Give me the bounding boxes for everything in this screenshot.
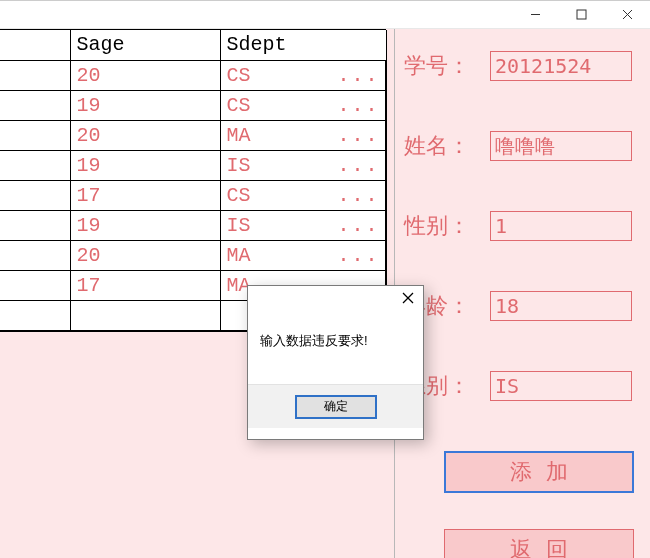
table-row[interactable]: 19IS... — [0, 150, 386, 180]
titlebar — [0, 1, 650, 29]
minimize-button[interactable] — [512, 1, 558, 29]
col-header-0[interactable] — [0, 30, 70, 60]
cell-sage[interactable]: 17 — [70, 180, 220, 210]
field-ssex: 性别： — [396, 211, 650, 241]
cell-sdept[interactable]: CS... — [220, 60, 386, 90]
cell-sdept[interactable]: CS... — [220, 90, 386, 120]
add-button[interactable]: 添加 — [444, 451, 634, 493]
ellipsis-icon[interactable]: ... — [337, 91, 379, 120]
cell-c0[interactable] — [0, 180, 70, 210]
cell-sage[interactable]: 17 — [70, 270, 220, 300]
table-header-row: Sage Sdept — [0, 30, 386, 60]
dialog-titlebar — [248, 286, 423, 314]
ellipsis-icon[interactable]: ... — [337, 211, 379, 240]
dialog-close-icon[interactable] — [401, 291, 415, 309]
input-sdept[interactable] — [490, 371, 632, 401]
ellipsis-icon[interactable]: ... — [337, 151, 379, 180]
cell-c0[interactable] — [0, 120, 70, 150]
input-sage[interactable] — [490, 291, 632, 321]
ellipsis-icon[interactable]: ... — [337, 121, 379, 150]
cell-c0[interactable] — [0, 210, 70, 240]
close-button[interactable] — [604, 1, 650, 29]
field-sname: 姓名： — [396, 131, 650, 161]
input-sno[interactable] — [490, 51, 632, 81]
message-dialog: 输入数据违反要求! 确定 — [247, 285, 424, 440]
cell-c0[interactable] — [0, 90, 70, 120]
maximize-button[interactable] — [558, 1, 604, 29]
input-sname[interactable] — [490, 131, 632, 161]
cell-sage[interactable]: 19 — [70, 210, 220, 240]
cell-sage[interactable]: 20 — [70, 60, 220, 90]
dialog-ok-button[interactable]: 确定 — [295, 395, 377, 419]
cell-sdept[interactable]: MA... — [220, 240, 386, 270]
ellipsis-icon[interactable]: ... — [337, 181, 379, 210]
dialog-button-row: 确定 — [248, 384, 423, 428]
field-sdept: 系别： — [396, 371, 650, 401]
cell-c0[interactable] — [0, 270, 70, 300]
label-sno: 学号： — [404, 51, 490, 81]
table-row[interactable]: 17CS... — [0, 180, 386, 210]
main-window: Sage Sdept 20CS...19CS...20MA...19IS...1… — [0, 0, 650, 558]
table-row[interactable]: 19IS... — [0, 210, 386, 240]
form-panel: 学号： 姓名： 性别： 年龄： 系别： 添加 返回 — [396, 29, 650, 558]
ellipsis-icon[interactable]: ... — [337, 61, 379, 90]
table-row[interactable]: 20MA... — [0, 120, 386, 150]
cell-sage[interactable]: 20 — [70, 240, 220, 270]
cell-sdept[interactable]: MA... — [220, 120, 386, 150]
cell-c0[interactable] — [0, 300, 70, 330]
cell-sage[interactable]: 19 — [70, 90, 220, 120]
col-header-sage[interactable]: Sage — [70, 30, 220, 60]
field-sno: 学号： — [396, 51, 650, 81]
table-row[interactable]: 20CS... — [0, 60, 386, 90]
cell-sage[interactable] — [70, 300, 220, 330]
back-button[interactable]: 返回 — [444, 529, 634, 558]
table-row[interactable]: 20MA... — [0, 240, 386, 270]
cell-c0[interactable] — [0, 240, 70, 270]
cell-sage[interactable]: 20 — [70, 120, 220, 150]
field-sage: 年龄： — [396, 291, 650, 321]
cell-sdept[interactable]: IS... — [220, 210, 386, 240]
table-row[interactable]: 19CS... — [0, 90, 386, 120]
dialog-message: 输入数据违反要求! — [248, 314, 423, 384]
label-sname: 姓名： — [404, 131, 490, 161]
cell-sdept[interactable]: IS... — [220, 150, 386, 180]
col-header-sdept[interactable]: Sdept — [220, 30, 386, 60]
button-group: 添加 返回 — [396, 451, 650, 558]
svg-rect-1 — [577, 10, 586, 19]
cell-c0[interactable] — [0, 60, 70, 90]
cell-sdept[interactable]: CS... — [220, 180, 386, 210]
ellipsis-icon[interactable]: ... — [337, 241, 379, 270]
input-ssex[interactable] — [490, 211, 632, 241]
label-ssex: 性别： — [404, 211, 490, 241]
cell-sage[interactable]: 19 — [70, 150, 220, 180]
cell-c0[interactable] — [0, 150, 70, 180]
